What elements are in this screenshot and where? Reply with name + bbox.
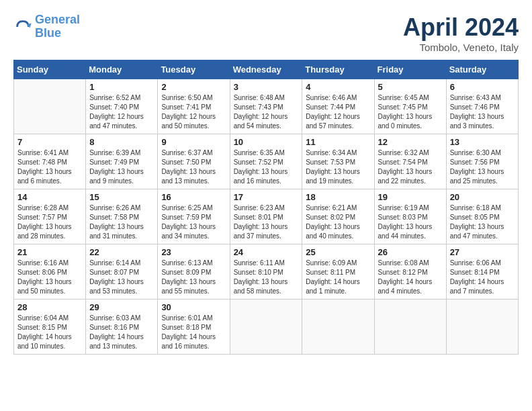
day-number: 1 — [89, 82, 154, 92]
day-number: 27 — [450, 247, 515, 257]
day-info: Sunrise: 6:41 AMSunset: 7:48 PMDaylight:… — [17, 148, 82, 186]
day-header-saturday: Saturday — [446, 60, 518, 79]
day-number: 4 — [306, 82, 370, 92]
day-info: Sunrise: 6:19 AMSunset: 8:03 PMDaylight:… — [378, 203, 443, 241]
day-info: Sunrise: 6:23 AMSunset: 8:01 PMDaylight:… — [234, 203, 299, 241]
day-info: Sunrise: 6:48 AMSunset: 7:43 PMDaylight:… — [234, 93, 299, 131]
calendar-cell: 15Sunrise: 6:26 AMSunset: 7:58 PMDayligh… — [86, 189, 158, 244]
day-info: Sunrise: 6:14 AMSunset: 8:07 PMDaylight:… — [89, 259, 154, 296]
day-number: 17 — [234, 192, 299, 202]
logo-line2: Blue — [35, 26, 61, 40]
day-number: 11 — [306, 137, 370, 147]
calendar-cell: 2Sunrise: 6:50 AMSunset: 7:41 PMDaylight… — [158, 79, 230, 134]
calendar-cell: 1Sunrise: 6:52 AMSunset: 7:40 PMDaylight… — [86, 79, 158, 134]
day-info: Sunrise: 6:03 AMSunset: 8:16 PMDaylight:… — [89, 314, 154, 351]
calendar-cell: 17Sunrise: 6:23 AMSunset: 8:01 PMDayligh… — [230, 189, 302, 244]
day-info: Sunrise: 6:35 AMSunset: 7:52 PMDaylight:… — [234, 148, 299, 186]
day-header-wednesday: Wednesday — [230, 60, 302, 79]
day-number: 29 — [89, 302, 154, 312]
day-number: 6 — [450, 82, 515, 92]
day-number: 25 — [306, 247, 370, 257]
day-info: Sunrise: 6:11 AMSunset: 8:10 PMDaylight:… — [234, 259, 299, 296]
day-info: Sunrise: 6:46 AMSunset: 7:44 PMDaylight:… — [306, 93, 370, 131]
month-title: April 2024 — [403, 13, 519, 42]
calendar-cell: 28Sunrise: 6:04 AMSunset: 8:15 PMDayligh… — [14, 300, 86, 355]
calendar-cell: 10Sunrise: 6:35 AMSunset: 7:52 PMDayligh… — [230, 134, 302, 189]
calendar-cell — [230, 300, 302, 355]
calendar-cell: 5Sunrise: 6:45 AMSunset: 7:45 PMDaylight… — [374, 79, 446, 134]
day-number: 12 — [378, 137, 443, 147]
day-info: Sunrise: 6:21 AMSunset: 8:02 PMDaylight:… — [306, 203, 370, 241]
calendar-cell: 3Sunrise: 6:48 AMSunset: 7:43 PMDaylight… — [230, 79, 302, 134]
calendar-cell: 12Sunrise: 6:32 AMSunset: 7:54 PMDayligh… — [374, 134, 446, 189]
day-number: 24 — [234, 247, 299, 257]
calendar-cell: 24Sunrise: 6:11 AMSunset: 8:10 PMDayligh… — [230, 244, 302, 300]
day-number: 20 — [450, 192, 515, 202]
calendar-cell: 20Sunrise: 6:18 AMSunset: 8:05 PMDayligh… — [446, 189, 518, 244]
day-info: Sunrise: 6:43 AMSunset: 7:46 PMDaylight:… — [450, 93, 515, 131]
calendar-table: SundayMondayTuesdayWednesdayThursdayFrid… — [13, 60, 519, 355]
calendar-cell: 22Sunrise: 6:14 AMSunset: 8:07 PMDayligh… — [86, 244, 158, 300]
day-number: 28 — [17, 302, 82, 312]
day-info: Sunrise: 6:13 AMSunset: 8:09 PMDaylight:… — [161, 259, 226, 296]
day-number: 9 — [161, 137, 226, 147]
day-number: 30 — [161, 302, 226, 312]
calendar-cell: 4Sunrise: 6:46 AMSunset: 7:44 PMDaylight… — [302, 79, 374, 134]
day-info: Sunrise: 6:01 AMSunset: 8:18 PMDaylight:… — [161, 314, 226, 351]
calendar-cell — [374, 300, 446, 355]
day-info: Sunrise: 6:37 AMSunset: 7:50 PMDaylight:… — [161, 148, 226, 186]
day-number: 3 — [234, 82, 299, 92]
header-row: SundayMondayTuesdayWednesdayThursdayFrid… — [14, 60, 519, 79]
day-info: Sunrise: 6:34 AMSunset: 7:53 PMDaylight:… — [306, 148, 370, 186]
day-info: Sunrise: 6:04 AMSunset: 8:15 PMDaylight:… — [17, 314, 82, 351]
day-header-tuesday: Tuesday — [158, 60, 230, 79]
logo-icon — [13, 17, 32, 36]
day-number: 13 — [450, 137, 515, 147]
week-row-1: 1Sunrise: 6:52 AMSunset: 7:40 PMDaylight… — [14, 79, 519, 134]
day-number: 23 — [161, 247, 226, 257]
calendar-cell — [446, 300, 518, 355]
day-info: Sunrise: 6:45 AMSunset: 7:45 PMDaylight:… — [378, 93, 443, 131]
day-info: Sunrise: 6:18 AMSunset: 8:05 PMDaylight:… — [450, 203, 515, 241]
day-number: 8 — [89, 137, 154, 147]
day-info: Sunrise: 6:30 AMSunset: 7:56 PMDaylight:… — [450, 148, 515, 186]
logo: General Blue — [13, 13, 80, 40]
calendar-cell: 13Sunrise: 6:30 AMSunset: 7:56 PMDayligh… — [446, 134, 518, 189]
day-number: 21 — [17, 247, 82, 257]
calendar-cell — [14, 79, 86, 134]
logo-line1: General — [35, 13, 80, 26]
day-header-friday: Friday — [374, 60, 446, 79]
calendar-cell: 26Sunrise: 6:08 AMSunset: 8:12 PMDayligh… — [374, 244, 446, 300]
calendar-cell: 21Sunrise: 6:16 AMSunset: 8:06 PMDayligh… — [14, 244, 86, 300]
day-number: 18 — [306, 192, 370, 202]
day-number: 7 — [17, 137, 82, 147]
day-info: Sunrise: 6:39 AMSunset: 7:49 PMDaylight:… — [89, 148, 154, 186]
calendar-cell: 18Sunrise: 6:21 AMSunset: 8:02 PMDayligh… — [302, 189, 374, 244]
day-number: 14 — [17, 192, 82, 202]
day-info: Sunrise: 6:52 AMSunset: 7:40 PMDaylight:… — [89, 93, 154, 131]
day-number: 26 — [378, 247, 443, 257]
week-row-2: 7Sunrise: 6:41 AMSunset: 7:48 PMDaylight… — [14, 134, 519, 189]
calendar-cell: 7Sunrise: 6:41 AMSunset: 7:48 PMDaylight… — [14, 134, 86, 189]
day-info: Sunrise: 6:32 AMSunset: 7:54 PMDaylight:… — [378, 148, 443, 186]
day-number: 10 — [234, 137, 299, 147]
day-header-thursday: Thursday — [302, 60, 374, 79]
week-row-3: 14Sunrise: 6:28 AMSunset: 7:57 PMDayligh… — [14, 189, 519, 244]
calendar-cell: 19Sunrise: 6:19 AMSunset: 8:03 PMDayligh… — [374, 189, 446, 244]
day-info: Sunrise: 6:06 AMSunset: 8:14 PMDaylight:… — [450, 259, 515, 296]
logo-text: General Blue — [35, 13, 80, 40]
week-row-5: 28Sunrise: 6:04 AMSunset: 8:15 PMDayligh… — [14, 300, 519, 355]
calendar-cell: 14Sunrise: 6:28 AMSunset: 7:57 PMDayligh… — [14, 189, 86, 244]
calendar-cell: 25Sunrise: 6:09 AMSunset: 8:11 PMDayligh… — [302, 244, 374, 300]
day-info: Sunrise: 6:28 AMSunset: 7:57 PMDaylight:… — [17, 203, 82, 241]
day-info: Sunrise: 6:50 AMSunset: 7:41 PMDaylight:… — [161, 93, 226, 131]
location-subtitle: Tombolo, Veneto, Italy — [403, 42, 519, 53]
week-row-4: 21Sunrise: 6:16 AMSunset: 8:06 PMDayligh… — [14, 244, 519, 300]
page-header: General Blue April 2024 Tombolo, Veneto,… — [13, 13, 519, 53]
day-info: Sunrise: 6:16 AMSunset: 8:06 PMDaylight:… — [17, 259, 82, 296]
day-info: Sunrise: 6:25 AMSunset: 7:59 PMDaylight:… — [161, 203, 226, 241]
day-info: Sunrise: 6:26 AMSunset: 7:58 PMDaylight:… — [89, 203, 154, 241]
calendar-cell: 11Sunrise: 6:34 AMSunset: 7:53 PMDayligh… — [302, 134, 374, 189]
calendar-cell: 23Sunrise: 6:13 AMSunset: 8:09 PMDayligh… — [158, 244, 230, 300]
day-header-monday: Monday — [86, 60, 158, 79]
